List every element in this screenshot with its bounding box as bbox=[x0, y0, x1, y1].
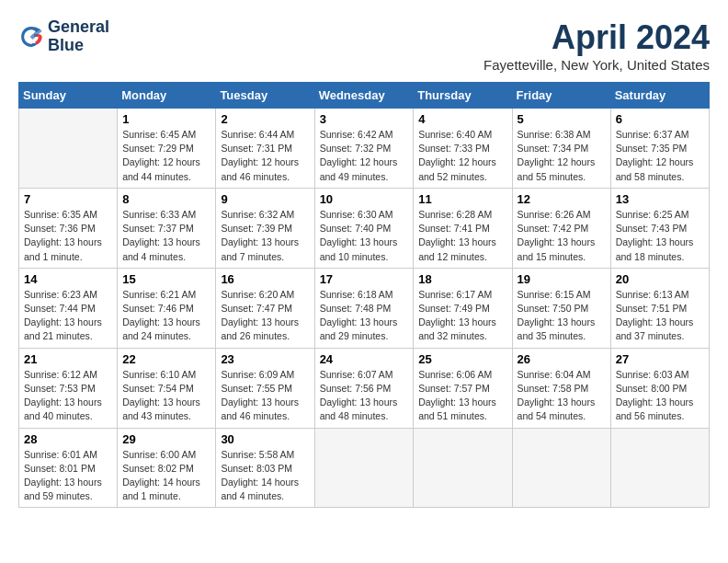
logo: General Blue bbox=[18, 18, 109, 55]
page-header: General Blue April 2024 Fayetteville, Ne… bbox=[18, 18, 710, 73]
day-info: Sunrise: 6:44 AMSunset: 7:31 PMDaylight:… bbox=[221, 128, 309, 184]
calendar-cell: 7Sunrise: 6:35 AMSunset: 7:36 PMDaylight… bbox=[19, 188, 118, 268]
logo-text: General Blue bbox=[48, 18, 109, 55]
day-number: 3 bbox=[320, 112, 409, 126]
day-info: Sunrise: 6:38 AMSunset: 7:34 PMDaylight:… bbox=[518, 128, 606, 184]
day-number: 26 bbox=[518, 352, 606, 366]
day-info: Sunrise: 6:20 AMSunset: 7:47 PMDaylight:… bbox=[221, 288, 309, 344]
calendar-cell bbox=[512, 428, 610, 508]
day-number: 23 bbox=[221, 352, 309, 366]
calendar-cell bbox=[314, 428, 414, 508]
calendar-cell: 15Sunrise: 6:21 AMSunset: 7:46 PMDayligh… bbox=[118, 268, 216, 348]
day-info: Sunrise: 6:25 AMSunset: 7:43 PMDaylight:… bbox=[616, 208, 704, 264]
calendar-cell: 5Sunrise: 6:38 AMSunset: 7:34 PMDaylight… bbox=[512, 109, 610, 189]
column-header-saturday: Saturday bbox=[610, 83, 709, 109]
day-number: 5 bbox=[518, 112, 606, 126]
day-number: 16 bbox=[221, 272, 309, 286]
day-number: 17 bbox=[320, 272, 409, 286]
column-header-monday: Monday bbox=[118, 83, 216, 109]
calendar-cell: 21Sunrise: 6:12 AMSunset: 7:53 PMDayligh… bbox=[19, 348, 118, 428]
day-number: 9 bbox=[221, 192, 309, 206]
column-header-thursday: Thursday bbox=[414, 83, 512, 109]
day-info: Sunrise: 6:03 AMSunset: 8:00 PMDaylight:… bbox=[616, 368, 704, 424]
day-info: Sunrise: 6:30 AMSunset: 7:40 PMDaylight:… bbox=[320, 208, 409, 264]
day-number: 19 bbox=[518, 272, 606, 286]
column-header-wednesday: Wednesday bbox=[314, 83, 414, 109]
day-info: Sunrise: 6:21 AMSunset: 7:46 PMDaylight:… bbox=[122, 288, 210, 344]
day-info: Sunrise: 6:32 AMSunset: 7:39 PMDaylight:… bbox=[221, 208, 309, 264]
day-info: Sunrise: 6:12 AMSunset: 7:53 PMDaylight:… bbox=[24, 368, 112, 424]
calendar-cell: 28Sunrise: 6:01 AMSunset: 8:01 PMDayligh… bbox=[19, 428, 118, 508]
day-number: 15 bbox=[122, 272, 210, 286]
day-number: 25 bbox=[418, 352, 506, 366]
calendar-cell: 16Sunrise: 6:20 AMSunset: 7:47 PMDayligh… bbox=[216, 268, 314, 348]
column-header-tuesday: Tuesday bbox=[216, 83, 314, 109]
calendar-cell: 23Sunrise: 6:09 AMSunset: 7:55 PMDayligh… bbox=[216, 348, 314, 428]
calendar-table: SundayMondayTuesdayWednesdayThursdayFrid… bbox=[18, 82, 710, 508]
day-number: 14 bbox=[24, 272, 112, 286]
header-row: SundayMondayTuesdayWednesdayThursdayFrid… bbox=[19, 83, 710, 109]
day-number: 8 bbox=[122, 192, 210, 206]
day-info: Sunrise: 6:40 AMSunset: 7:33 PMDaylight:… bbox=[418, 128, 506, 184]
day-number: 21 bbox=[24, 352, 112, 366]
calendar-cell: 14Sunrise: 6:23 AMSunset: 7:44 PMDayligh… bbox=[19, 268, 118, 348]
week-row: 1Sunrise: 6:45 AMSunset: 7:29 PMDaylight… bbox=[19, 109, 710, 189]
calendar-cell: 11Sunrise: 6:28 AMSunset: 7:41 PMDayligh… bbox=[414, 188, 512, 268]
column-header-friday: Friday bbox=[512, 83, 610, 109]
week-row: 21Sunrise: 6:12 AMSunset: 7:53 PMDayligh… bbox=[19, 348, 710, 428]
calendar-cell: 9Sunrise: 6:32 AMSunset: 7:39 PMDaylight… bbox=[216, 188, 314, 268]
calendar-cell: 8Sunrise: 6:33 AMSunset: 7:37 PMDaylight… bbox=[118, 188, 216, 268]
day-number: 2 bbox=[221, 112, 309, 126]
day-info: Sunrise: 6:37 AMSunset: 7:35 PMDaylight:… bbox=[616, 128, 704, 184]
calendar-cell: 24Sunrise: 6:07 AMSunset: 7:56 PMDayligh… bbox=[314, 348, 414, 428]
month-title: April 2024 bbox=[483, 18, 710, 57]
calendar-cell: 10Sunrise: 6:30 AMSunset: 7:40 PMDayligh… bbox=[314, 188, 414, 268]
day-info: Sunrise: 6:33 AMSunset: 7:37 PMDaylight:… bbox=[122, 208, 210, 264]
day-info: Sunrise: 6:04 AMSunset: 7:58 PMDaylight:… bbox=[518, 368, 606, 424]
day-info: Sunrise: 6:00 AMSunset: 8:02 PMDaylight:… bbox=[122, 448, 210, 504]
day-info: Sunrise: 6:13 AMSunset: 7:51 PMDaylight:… bbox=[616, 288, 704, 344]
calendar-cell bbox=[414, 428, 512, 508]
day-info: Sunrise: 6:06 AMSunset: 7:57 PMDaylight:… bbox=[418, 368, 506, 424]
calendar-cell: 26Sunrise: 6:04 AMSunset: 7:58 PMDayligh… bbox=[512, 348, 610, 428]
calendar-cell: 25Sunrise: 6:06 AMSunset: 7:57 PMDayligh… bbox=[414, 348, 512, 428]
day-number: 11 bbox=[418, 192, 506, 206]
week-row: 28Sunrise: 6:01 AMSunset: 8:01 PMDayligh… bbox=[19, 428, 710, 508]
calendar-cell: 3Sunrise: 6:42 AMSunset: 7:32 PMDaylight… bbox=[314, 109, 414, 189]
location-subtitle: Fayetteville, New York, United States bbox=[483, 57, 710, 73]
week-row: 14Sunrise: 6:23 AMSunset: 7:44 PMDayligh… bbox=[19, 268, 710, 348]
title-block: April 2024 Fayetteville, New York, Unite… bbox=[483, 18, 710, 73]
day-info: Sunrise: 6:10 AMSunset: 7:54 PMDaylight:… bbox=[122, 368, 210, 424]
day-number: 7 bbox=[24, 192, 112, 206]
day-number: 13 bbox=[616, 192, 704, 206]
day-number: 6 bbox=[616, 112, 704, 126]
day-number: 1 bbox=[122, 112, 210, 126]
day-info: Sunrise: 6:26 AMSunset: 7:42 PMDaylight:… bbox=[518, 208, 606, 264]
day-info: Sunrise: 6:01 AMSunset: 8:01 PMDaylight:… bbox=[24, 448, 112, 504]
calendar-cell: 6Sunrise: 6:37 AMSunset: 7:35 PMDaylight… bbox=[610, 109, 709, 189]
day-info: Sunrise: 6:35 AMSunset: 7:36 PMDaylight:… bbox=[24, 208, 112, 264]
calendar-cell: 1Sunrise: 6:45 AMSunset: 7:29 PMDaylight… bbox=[118, 109, 216, 189]
day-info: Sunrise: 6:17 AMSunset: 7:49 PMDaylight:… bbox=[418, 288, 506, 344]
calendar-cell: 22Sunrise: 6:10 AMSunset: 7:54 PMDayligh… bbox=[118, 348, 216, 428]
calendar-cell: 13Sunrise: 6:25 AMSunset: 7:43 PMDayligh… bbox=[610, 188, 709, 268]
day-number: 4 bbox=[418, 112, 506, 126]
day-info: Sunrise: 6:18 AMSunset: 7:48 PMDaylight:… bbox=[320, 288, 409, 344]
calendar-cell: 4Sunrise: 6:40 AMSunset: 7:33 PMDaylight… bbox=[414, 109, 512, 189]
week-row: 7Sunrise: 6:35 AMSunset: 7:36 PMDaylight… bbox=[19, 188, 710, 268]
day-info: Sunrise: 6:28 AMSunset: 7:41 PMDaylight:… bbox=[418, 208, 506, 264]
day-info: Sunrise: 6:09 AMSunset: 7:55 PMDaylight:… bbox=[221, 368, 309, 424]
calendar-cell: 20Sunrise: 6:13 AMSunset: 7:51 PMDayligh… bbox=[610, 268, 709, 348]
day-number: 27 bbox=[616, 352, 704, 366]
day-number: 28 bbox=[24, 432, 112, 446]
calendar-cell bbox=[610, 428, 709, 508]
day-number: 20 bbox=[616, 272, 704, 286]
day-number: 18 bbox=[418, 272, 506, 286]
day-number: 29 bbox=[122, 432, 210, 446]
calendar-cell: 2Sunrise: 6:44 AMSunset: 7:31 PMDaylight… bbox=[216, 109, 314, 189]
day-info: Sunrise: 6:42 AMSunset: 7:32 PMDaylight:… bbox=[320, 128, 409, 184]
day-number: 22 bbox=[122, 352, 210, 366]
day-number: 24 bbox=[320, 352, 409, 366]
day-info: Sunrise: 6:07 AMSunset: 7:56 PMDaylight:… bbox=[320, 368, 409, 424]
logo-icon bbox=[18, 24, 44, 50]
